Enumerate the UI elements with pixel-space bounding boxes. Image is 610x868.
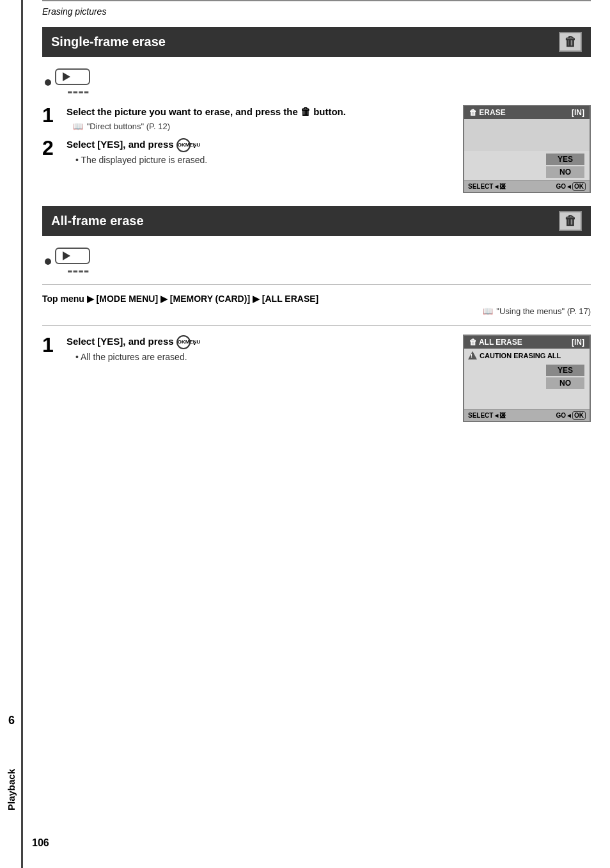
footer-go: GO◄OK bbox=[556, 183, 586, 190]
all-footer-select: SELECT◄🖼 bbox=[468, 412, 506, 419]
caution-text: CAUTION ERASING ALL bbox=[480, 352, 561, 359]
breadcrumb: Erasing pictures bbox=[42, 1, 591, 20]
step2: 2 Select [YES], and press OKMENU . • The… bbox=[42, 138, 450, 165]
step1: 1 Select the picture you want to erase, … bbox=[42, 105, 450, 131]
single-frame-title: Single-frame erase bbox=[51, 35, 166, 49]
all-yes-option: YES bbox=[546, 365, 584, 376]
all-screen-header-label: 🗑 ALL ERASE bbox=[469, 338, 522, 347]
ok-circle-icon-2: OKMENU bbox=[176, 335, 191, 349]
screen-header: 🗑 ERASE [IN] bbox=[464, 106, 590, 119]
screen-header-icon: 🗑 ERASE bbox=[469, 108, 506, 117]
step1-content: Select the picture you want to erase, an… bbox=[66, 105, 450, 131]
screen-header-tag: [IN] bbox=[572, 108, 584, 117]
single-frame-screen: 🗑 ERASE [IN] YES NO SELECT◄🖼 GO◄OK bbox=[463, 105, 591, 193]
caution-row: CAUTION ERASING ALL bbox=[464, 349, 590, 362]
all-step1-title: Select [YES], and press OKMENU . bbox=[66, 335, 450, 349]
page-number: 106 bbox=[32, 837, 49, 849]
play-dot bbox=[45, 79, 51, 86]
caution-icon bbox=[468, 351, 477, 359]
all-screen-body bbox=[464, 391, 590, 409]
nav-divider-2 bbox=[42, 325, 591, 326]
all-frame-icon: 🗑 bbox=[559, 211, 582, 231]
screen-options: YES NO bbox=[464, 151, 590, 180]
screen-body bbox=[464, 119, 590, 151]
ref-icon: 📖 bbox=[73, 122, 83, 131]
all-step1-content: Select [YES], and press OKMENU . • All t… bbox=[66, 335, 450, 362]
ref-icon-2: 📖 bbox=[483, 306, 493, 316]
step2-content: Select [YES], and press OKMENU . • The d… bbox=[66, 138, 450, 165]
play-widget-single: ▬▬▬▬ bbox=[45, 68, 591, 96]
step1-left: 1 Select the picture you want to erase, … bbox=[42, 105, 450, 171]
main-content: Erasing pictures Single-frame erase 🗑 ▬▬… bbox=[23, 0, 610, 459]
play-dot-2 bbox=[45, 258, 51, 265]
all-screen-footer: SELECT◄🖼 GO◄OK bbox=[464, 409, 590, 421]
all-frame-screen: 🗑 ALL ERASE [IN] CAUTION ERASING ALL YES… bbox=[463, 335, 591, 422]
all-step1-left: 1 Select [YES], and press OKMENU . • All… bbox=[42, 335, 450, 368]
play-triangle-icon-2 bbox=[63, 251, 70, 260]
no-option: NO bbox=[546, 166, 584, 178]
play-dashes: ▬▬▬▬ bbox=[68, 88, 90, 96]
all-screen-options: YES NO bbox=[464, 362, 590, 391]
play-box bbox=[55, 68, 90, 85]
top-menu-ref: 📖 "Using the menus" (P. 17) bbox=[42, 306, 591, 316]
screen-footer: SELECT◄🖼 GO◄OK bbox=[464, 180, 590, 192]
step1-number: 1 bbox=[42, 105, 58, 125]
ok-circle-icon: OKMENU bbox=[176, 138, 191, 152]
all-erase-screen: 🗑 ALL ERASE [IN] CAUTION ERASING ALL YES… bbox=[463, 335, 591, 422]
chapter-number: 6 bbox=[0, 714, 23, 727]
play-dashes-2: ▬▬▬▬ bbox=[68, 267, 90, 275]
step2-number: 2 bbox=[42, 138, 58, 158]
all-screen-header-tag: [IN] bbox=[572, 338, 584, 347]
play-box-2 bbox=[55, 248, 90, 264]
single-frame-header: Single-frame erase 🗑 bbox=[42, 27, 591, 57]
top-menu-nav: Top menu ▶ [MODE MENU] ▶ [MEMORY (CARD)]… bbox=[42, 294, 591, 304]
all-frame-header: All-frame erase 🗑 bbox=[42, 206, 591, 236]
erase-screen: 🗑 ERASE [IN] YES NO SELECT◄🖼 GO◄OK bbox=[463, 105, 591, 193]
all-frame-title: All-frame erase bbox=[51, 214, 144, 228]
step2-bullet: • The displayed picture is erased. bbox=[75, 155, 450, 165]
all-footer-go: GO◄OK bbox=[556, 412, 586, 419]
step1-title: Select the picture you want to erase, an… bbox=[66, 105, 450, 119]
play-triangle-icon bbox=[63, 72, 70, 81]
step1-row: 1 Select the picture you want to erase, … bbox=[42, 105, 591, 193]
all-no-option: NO bbox=[546, 377, 584, 389]
step2-title: Select [YES], and press OKMENU . bbox=[66, 138, 450, 152]
all-step1-bullet: • All the pictures are erased. bbox=[75, 352, 450, 362]
all-step1: 1 Select [YES], and press OKMENU . • All… bbox=[42, 335, 450, 362]
yes-option: YES bbox=[546, 154, 584, 165]
sidebar-label: Playback bbox=[6, 769, 17, 810]
single-frame-icon: 🗑 bbox=[559, 32, 582, 52]
play-widget-all: ▬▬▬▬ bbox=[45, 248, 591, 275]
step1-ref: 📖 "Direct buttons" (P. 12) bbox=[73, 122, 450, 131]
all-step1-number: 1 bbox=[42, 335, 58, 355]
footer-select: SELECT◄🖼 bbox=[468, 183, 506, 190]
all-step1-row: 1 Select [YES], and press OKMENU . • All… bbox=[42, 335, 591, 422]
all-screen-header: 🗑 ALL ERASE [IN] bbox=[464, 336, 590, 349]
nav-divider bbox=[42, 284, 591, 285]
sidebar: 6 Playback bbox=[0, 0, 23, 868]
